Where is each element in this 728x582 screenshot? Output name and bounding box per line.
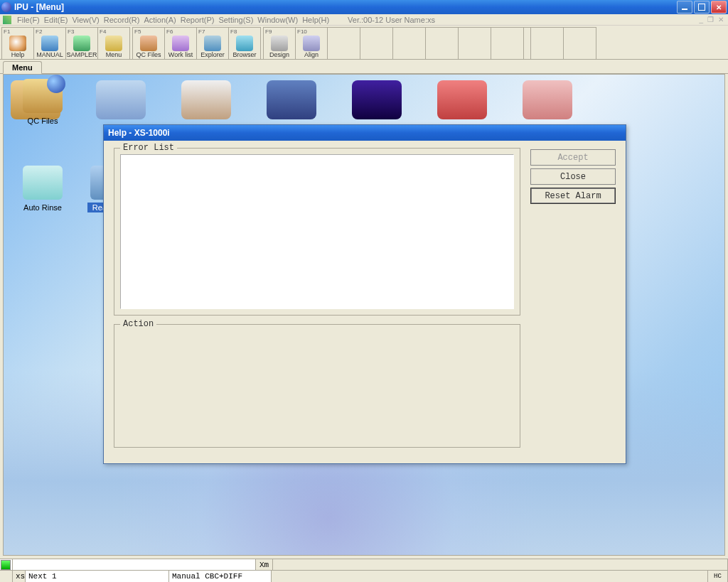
folder-globe-icon xyxy=(23,79,63,113)
help-dialog: Help - XS-1000i Error List Action Accept… xyxy=(103,124,626,464)
app-icon xyxy=(1,2,11,12)
menu-edit[interactable]: Edit(E) xyxy=(44,16,68,24)
status-hc: HC xyxy=(708,571,728,582)
toolbar-design[interactable]: F9 Design xyxy=(263,27,296,60)
mdi-close-icon[interactable]: ✕ xyxy=(717,16,725,23)
manual-icon xyxy=(41,36,58,51)
toolbar-empty xyxy=(426,27,459,60)
status-led xyxy=(0,559,13,570)
main-titlebar: IPU - [Menu] xyxy=(0,0,728,14)
menu-view[interactable]: View(V) xyxy=(72,16,99,24)
status-mode: Manual CBC+DIFF xyxy=(169,571,272,582)
menu-record[interactable]: Record(R) xyxy=(104,16,140,24)
toolbar-empty xyxy=(564,27,596,60)
toolbar-empty xyxy=(360,27,393,60)
tab-row: Menu xyxy=(0,60,728,74)
error-list-group: Error List xyxy=(114,148,520,316)
rinse-icon xyxy=(23,166,63,200)
mdi-child-buttons: _ ❐ ✕ xyxy=(697,16,725,23)
led-icon xyxy=(1,560,11,570)
desktop-qc-files[interactable]: QC Files xyxy=(18,79,68,126)
desktop-icon-row xyxy=(11,80,717,123)
workspace: QC Files Auto Rinse Reag Help - XS-1000i… xyxy=(3,74,725,556)
toolbar: F1 Help F2 MANUAL F3 SAMPLER F4 Menu F5 … xyxy=(0,26,728,60)
menu-setting[interactable]: Setting(S) xyxy=(218,16,253,24)
browser-icon xyxy=(236,36,253,51)
close-dialog-button[interactable]: Close xyxy=(530,168,616,185)
menu-report[interactable]: Report(P) xyxy=(181,16,215,24)
status-next: Next 1 xyxy=(26,571,169,582)
toolbar-empty xyxy=(531,27,564,60)
minimize-button[interactable] xyxy=(677,1,692,14)
status-blank-1 xyxy=(13,559,256,570)
toolbar-explorer[interactable]: F7 Explorer xyxy=(196,27,229,60)
toolbar-sampler[interactable]: F3 SAMPLER xyxy=(65,27,98,60)
tab-menu[interactable]: Menu xyxy=(3,61,42,74)
chef-icon[interactable] xyxy=(181,80,231,119)
menu-grid-icon xyxy=(105,36,122,51)
sampler-icon xyxy=(73,36,90,51)
toolbar-browser[interactable]: F8 Browser xyxy=(228,27,261,60)
menu-window[interactable]: Window(W) xyxy=(257,16,298,24)
graph-globe-icon[interactable] xyxy=(96,80,146,119)
toolbar-empty xyxy=(524,27,531,60)
toolbar-menu[interactable]: F4 Menu xyxy=(97,27,130,60)
status-xs: xs xyxy=(13,571,26,582)
toolbar-manual[interactable]: F2 MANUAL xyxy=(33,27,66,60)
status-blank-3 xyxy=(272,571,708,582)
status-bar: Xm xs Next 1 Manual CBC+DIFF HC xyxy=(0,559,728,582)
toolbar-empty xyxy=(393,27,426,60)
close-button[interactable] xyxy=(711,1,727,14)
error-list-box[interactable] xyxy=(120,154,514,309)
scatter-search-icon[interactable] xyxy=(352,80,402,119)
qcfiles-icon xyxy=(140,36,157,51)
action-group: Action xyxy=(114,324,520,448)
toolbar-empty xyxy=(328,27,360,60)
design-icon xyxy=(271,36,288,51)
toolbar-empty xyxy=(459,27,491,60)
explorer-icon xyxy=(204,36,221,51)
menubar: File(F) Edit(E) View(V) Record(R) Action… xyxy=(0,14,728,26)
align-icon xyxy=(303,36,320,51)
action-label: Action xyxy=(120,319,156,329)
error-list-label: Error List xyxy=(120,143,177,153)
maximize-button[interactable] xyxy=(694,1,710,14)
menu-action[interactable]: Action(A) xyxy=(144,16,176,24)
worklist-icon xyxy=(172,36,189,51)
version-label: Ver.:00-12 User Name:xs xyxy=(348,16,435,24)
desktop-auto-rinse[interactable]: Auto Rinse xyxy=(18,166,68,212)
accept-button[interactable]: Accept xyxy=(530,149,616,166)
mdi-minimize-icon[interactable]: _ xyxy=(697,16,705,23)
toolbar-help[interactable]: F1 Help xyxy=(1,27,34,60)
clipboard-search-icon[interactable] xyxy=(267,80,316,119)
help-icon xyxy=(9,36,26,51)
status-xm: Xm xyxy=(256,559,273,570)
dialog-titlebar[interactable]: Help - XS-1000i xyxy=(104,125,626,141)
reset-alarm-button[interactable]: Reset Alarm xyxy=(530,188,616,204)
menu-help[interactable]: Help(H) xyxy=(302,16,329,24)
toolbar-empty xyxy=(491,27,524,60)
menu-icon xyxy=(3,16,11,24)
rack-icon[interactable] xyxy=(523,80,572,119)
menu-file[interactable]: File(F) xyxy=(17,16,40,24)
mdi-restore-icon[interactable]: ❐ xyxy=(706,16,715,23)
status-icon-slot xyxy=(0,571,13,582)
toolbar-align[interactable]: F10 Align xyxy=(295,27,328,60)
toolbar-qcfiles[interactable]: F5 QC Files xyxy=(132,27,165,60)
dialog-title: Help - XS-1000i xyxy=(108,128,170,138)
toolbar-worklist[interactable]: F6 Work list xyxy=(164,27,197,60)
chef-tube-icon[interactable] xyxy=(437,80,487,119)
app-title: IPU - [Menu] xyxy=(14,2,677,12)
status-blank-2 xyxy=(273,559,728,570)
